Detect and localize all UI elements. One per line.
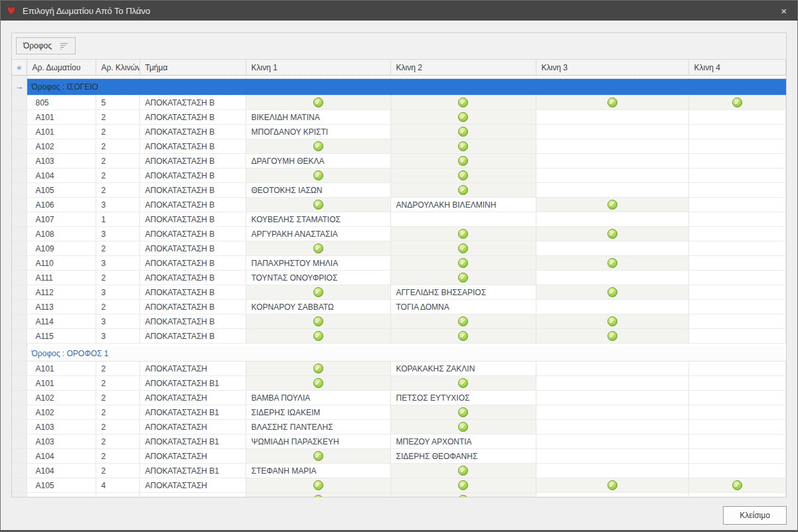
cell-bed-4[interactable]: ✓ — [688, 478, 786, 493]
group-row[interactable]: Όροφος : ΟΡΟΦΟΣ 1 — [12, 346, 786, 362]
cell-bed-2[interactable]: ✓ — [390, 493, 536, 498]
cell-bed-count[interactable]: 4 — [96, 478, 139, 493]
cell-room-number[interactable]: A103 — [27, 434, 96, 449]
cell-room-number[interactable]: A104 — [27, 168, 96, 183]
table-row[interactable]: A1032ΑΠΟΚΑΤΑΣΤΑΣΗΒΛΑΣΣΗΣ ΠΑΝΤΕΛΗΣ✓ — [12, 420, 786, 434]
cell-room-number[interactable]: A102 — [27, 405, 96, 420]
table-row[interactable]: A1032ΑΠΟΚΑΤΑΣΤΑΣΗ Β1ΨΩΜΙΑΔΗ ΠΑΡΑΣΚΕΥΗΜΠΕ… — [12, 434, 786, 449]
table-row[interactable]: A1022ΑΠΟΚΑΤΑΣΤΑΣΗ Β1ΣΙΔΕΡΗΣ ΙΩΑΚΕΙΜ✓ — [12, 405, 786, 420]
cell-department[interactable]: ΑΠΟΚΑΤΑΣΤΑΣΗ Β — [139, 285, 246, 300]
cell-bed-3[interactable] — [536, 212, 688, 227]
cell-bed-count[interactable]: 2 — [96, 493, 139, 498]
cell-bed-2[interactable]: ΤΟΓΙΑ ΔΟΜΝΑ — [390, 300, 536, 314]
cell-bed-count[interactable]: 3 — [96, 256, 139, 271]
cell-room-number[interactable]: A101 — [27, 362, 96, 376]
cell-room-number[interactable]: A105 — [27, 478, 96, 493]
cell-room-number[interactable]: 805 — [27, 96, 96, 110]
close-button[interactable]: Κλείσιμο — [723, 506, 787, 525]
cell-bed-count[interactable]: 3 — [96, 329, 139, 344]
cell-bed-3[interactable] — [536, 464, 688, 478]
cell-bed-4[interactable] — [688, 493, 786, 498]
cell-bed-count[interactable]: 2 — [96, 125, 139, 139]
cell-room-number[interactable]: A108 — [27, 227, 96, 241]
cell-room-number[interactable]: A102 — [27, 391, 96, 405]
cell-bed-2[interactable]: ✓ — [390, 241, 536, 256]
table-row[interactable]: A1143ΑΠΟΚΑΤΑΣΤΑΣΗ Β✓✓✓ — [12, 314, 786, 329]
table-row[interactable]: A1022ΑΠΟΚΑΤΑΣΤΑΣΗΒΑΜΒΑ ΠΟΥΛΙΑΠΕΤΣΟΣ ΕΥΤΥ… — [12, 391, 786, 405]
cell-bed-3[interactable] — [536, 183, 688, 198]
cell-bed-4[interactable] — [688, 154, 786, 168]
column-header-bed-1[interactable]: Κλινη 1 — [246, 60, 390, 76]
cell-bed-count[interactable]: 2 — [96, 391, 139, 405]
cell-bed-2[interactable]: ✓ — [390, 96, 536, 110]
cell-bed-4[interactable] — [688, 168, 786, 183]
cell-bed-4[interactable] — [688, 125, 786, 139]
cell-bed-4[interactable] — [688, 256, 786, 271]
group-row[interactable]: →Όροφος : ΙΣΟΓΕΙΟ — [12, 79, 786, 96]
table-row[interactable]: A1012ΑΠΟΚΑΤΑΣΤΑΣΗ ΒΒΙΚΕΛΙΔΗ ΜΑΤΙΝΑ✓ — [12, 110, 786, 125]
cell-bed-count[interactable]: 3 — [96, 227, 139, 241]
table-row[interactable]: A1132ΑΠΟΚΑΤΑΣΤΑΣΗ ΒΚΟΡΝΑΡΟΥ ΣΑΒΒΑΤΩΤΟΓΙΑ… — [12, 300, 786, 314]
cell-department[interactable]: ΑΠΟΚΑΤΑΣΤΑΣΗ Β — [139, 329, 246, 344]
cell-room-number[interactable]: A109 — [27, 241, 96, 256]
cell-department[interactable]: ΑΠΟΚΑΤΑΣΤΑΣΗ Β — [139, 183, 246, 198]
cell-room-number[interactable]: A101 — [27, 110, 96, 125]
cell-room-number[interactable]: A104 — [27, 449, 96, 464]
cell-bed-4[interactable] — [688, 285, 786, 300]
cell-bed-count[interactable]: 2 — [96, 139, 139, 154]
cell-bed-count[interactable]: 3 — [96, 198, 139, 212]
cell-room-number[interactable]: A115 — [27, 329, 96, 344]
table-row[interactable]: A1112ΑΠΟΚΑΤΑΣΤΑΣΗ ΒΤΟΥΝΤΑΣ ΟΝΟΥΦΡΙΟΣ✓ — [12, 271, 786, 285]
cell-bed-count[interactable]: 3 — [96, 285, 139, 300]
cell-bed-count[interactable]: 2 — [96, 405, 139, 420]
cell-bed-4[interactable] — [688, 314, 786, 329]
cell-room-number[interactable]: A112 — [27, 285, 96, 300]
table-row[interactable]: A1103ΑΠΟΚΑΤΑΣΤΑΣΗ ΒΠΑΠΑΧΡΗΣΤΟΥ ΜΗΛΙΑ✓✓ — [12, 256, 786, 271]
cell-bed-count[interactable]: 2 — [96, 362, 139, 376]
cell-bed-1[interactable]: ✓ — [246, 168, 390, 183]
table-row[interactable]: A1012ΑΠΟΚΑΤΑΣΤΑΣΗ Β1✓✓ — [12, 376, 786, 391]
cell-department[interactable]: ΑΠΟΚΑΤΑΣΤΑΣΗ Β — [139, 154, 246, 168]
cell-bed-4[interactable] — [688, 227, 786, 241]
cell-bed-4[interactable] — [688, 434, 786, 449]
table-row[interactable]: A1012ΑΠΟΚΑΤΑΣΤΑΣΗ✓ΚΟΡΑΚΑΚΗΣ ΖΑΚΛΙΝ — [12, 362, 786, 376]
cell-bed-count[interactable]: 2 — [96, 376, 139, 391]
cell-bed-2[interactable]: ✓ — [390, 271, 536, 285]
cell-bed-3[interactable]: ✓ — [536, 96, 688, 110]
cell-bed-3[interactable] — [536, 362, 688, 376]
column-header-bed-4[interactable]: Κλινη 4 — [688, 60, 786, 76]
cell-bed-2[interactable]: ✓ — [390, 183, 536, 198]
table-row[interactable]: A1032ΑΠΟΚΑΤΑΣΤΑΣΗ ΒΔΡΑΓΟΥΜΗ ΘΕΚΛΑ✓ — [12, 154, 786, 168]
cell-bed-3[interactable]: ✓ — [536, 329, 688, 344]
cell-room-number[interactable]: A114 — [27, 314, 96, 329]
cell-department[interactable]: ΑΠΟΚΑΤΑΣΤΑΣΗ Β1 — [139, 434, 246, 449]
cell-bed-1[interactable]: ΣΤΕΦΑΝΗ ΜΑΡΙΑ — [246, 464, 390, 478]
cell-department[interactable]: ΑΠΟΚΑΤΑΣΤΑΣΗ Β — [139, 227, 246, 241]
cell-bed-3[interactable]: ✓ — [536, 227, 688, 241]
cell-department[interactable]: ΑΠΟΚΑΤΑΣΤΑΣΗ Β — [139, 139, 246, 154]
cell-room-number[interactable]: A104 — [27, 464, 96, 478]
cell-bed-count[interactable]: 5 — [96, 96, 139, 110]
group-row-label[interactable]: Όροφος : ΟΡΟΦΟΣ 1 — [27, 346, 786, 362]
cell-room-number[interactable]: A101 — [27, 125, 96, 139]
cell-department[interactable]: ΑΠΟΚΑΤΑΣΤΑΣΗ Β — [139, 271, 246, 285]
cell-bed-1[interactable]: ✓ — [246, 329, 390, 344]
cell-bed-4[interactable] — [688, 110, 786, 125]
cell-bed-1[interactable]: ΒΑΜΒΑ ΠΟΥΛΙΑ — [246, 391, 390, 405]
cell-bed-1[interactable]: ✓ — [246, 96, 390, 110]
cell-bed-4[interactable] — [688, 391, 786, 405]
cell-bed-3[interactable] — [536, 391, 688, 405]
cell-bed-3[interactable] — [536, 168, 688, 183]
cell-department[interactable]: ΑΠΟΚΑΤΑΣΤΑΣΗ Β1 — [139, 405, 246, 420]
cell-bed-1[interactable]: ✓ — [246, 198, 390, 212]
cell-bed-1[interactable]: ΤΟΥΝΤΑΣ ΟΝΟΥΦΡΙΟΣ — [246, 271, 390, 285]
cell-bed-1[interactable]: ✓ — [246, 493, 390, 498]
cell-bed-3[interactable] — [536, 139, 688, 154]
table-row[interactable]: A1042ΑΠΟΚΑΤΑΣΤΑΣΗ✓ΣΙΔΕΡΗΣ ΘΕΟΦΑΝΗΣ — [12, 449, 786, 464]
cell-department[interactable]: ΑΠΟΚΑΤΑΣΤΑΣΗ Β — [139, 212, 246, 227]
cell-bed-4[interactable] — [688, 212, 786, 227]
table-row[interactable]: A1054ΑΠΟΚΑΤΑΣΤΑΣΗ✓✓✓✓ — [12, 478, 786, 493]
cell-bed-2[interactable]: ✓ — [390, 464, 536, 478]
cell-bed-2[interactable] — [390, 212, 536, 227]
table-row[interactable]: A1092ΑΠΟΚΑΤΑΣΤΑΣΗ Β✓✓ — [12, 241, 786, 256]
